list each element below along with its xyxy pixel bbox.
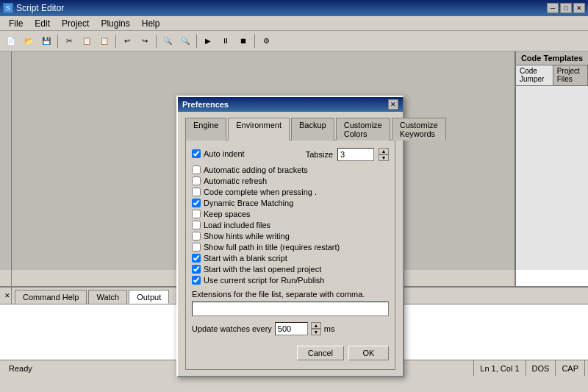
tabsize-input[interactable]: [337, 148, 374, 161]
menu-file[interactable]: File: [3, 17, 29, 30]
update-watches-up[interactable]: ▲: [311, 322, 321, 329]
tab-close-btn[interactable]: ✕: [3, 288, 12, 304]
checkbox-load-included-label: Load included files: [204, 221, 270, 229]
checkbox-auto-brackets-input[interactable]: [192, 165, 201, 174]
tab-command-help[interactable]: Command Help: [15, 290, 87, 304]
menu-bar: File Edit Project Plugins Help: [0, 16, 588, 31]
checkbox-blank-script-label: Start with a blank script: [204, 254, 287, 263]
minimize-button[interactable]: ─: [547, 3, 559, 13]
dialog-title: Preferences: [182, 100, 229, 109]
tabsize-up[interactable]: ▲: [379, 148, 389, 154]
checkbox-show-hints-label: Show hints while writing: [204, 232, 290, 240]
menu-project[interactable]: Project: [56, 17, 95, 30]
extensions-label: Extensions for the file list, separate w…: [192, 290, 365, 299]
menu-help[interactable]: Help: [136, 17, 166, 30]
checkbox-current-script-label: Use current script for Run/Publish: [204, 276, 324, 285]
checkbox-full-path: Show full path in title (requires restar…: [192, 243, 389, 252]
app-title: Script Editor: [16, 3, 64, 13]
checkbox-keep-spaces: Keep spaces: [192, 210, 389, 218]
update-watches-input[interactable]: [275, 322, 308, 335]
checkbox-blank-script-input[interactable]: [192, 254, 201, 263]
toolbar-save[interactable]: 💾: [38, 33, 54, 49]
checkbox-full-path-input[interactable]: [192, 243, 201, 252]
checkbox-last-project: Start with the last opened project: [192, 265, 389, 274]
update-watches-unit: ms: [324, 324, 335, 333]
tabsize-spinners: ▲ ▼: [379, 148, 389, 161]
toolbar-open[interactable]: 📂: [21, 33, 37, 49]
toolbar-copy[interactable]: 📋: [79, 33, 95, 49]
preferences-dialog: Preferences ✕ Engine Environment Backup …: [176, 96, 404, 377]
dialog-tab-customize-colors[interactable]: Customize Colors: [336, 118, 390, 140]
checkbox-show-hints: Show hints while writing: [192, 232, 389, 240]
dialog-close-button[interactable]: ✕: [388, 99, 398, 110]
dialog-buttons: Cancel OK: [192, 343, 389, 362]
toolbar-stop[interactable]: ⏹: [235, 33, 251, 49]
toolbar-redo[interactable]: ↪: [137, 33, 153, 49]
toolbar-undo[interactable]: ↩: [119, 33, 135, 49]
toolbar-sep-2: [115, 35, 116, 48]
menu-edit[interactable]: Edit: [29, 17, 56, 30]
dialog-tab-engine[interactable]: Engine: [185, 118, 226, 140]
checkbox-code-complete-input[interactable]: [192, 188, 201, 196]
checkbox-last-project-label: Start with the last opened project: [204, 265, 321, 274]
tabsize-down[interactable]: ▼: [379, 154, 389, 161]
menu-plugins[interactable]: Plugins: [95, 17, 135, 30]
toolbar-sep-4: [196, 35, 197, 48]
toolbar-paste[interactable]: 📋: [96, 33, 112, 49]
update-watches-down[interactable]: ▼: [311, 329, 321, 335]
status-line-endings: DOS: [526, 360, 556, 376]
checkbox-auto-refresh-input[interactable]: [192, 177, 201, 185]
tab-output[interactable]: Output: [129, 290, 169, 304]
update-watches-label: Update watches every: [192, 324, 272, 333]
checkbox-current-script: Use current script for Run/Publish: [192, 276, 389, 285]
checkbox-last-project-input[interactable]: [192, 265, 201, 274]
checkbox-current-script-input[interactable]: [192, 276, 201, 285]
extensions-input[interactable]: [192, 302, 389, 316]
tabsize-row: Auto indent Tabsize ▲ ▼: [192, 148, 389, 161]
close-button[interactable]: ✕: [573, 3, 585, 13]
update-watches-spinners: ▲ ▼: [311, 322, 321, 335]
title-bar: S Script Editor ─ □ ✕: [0, 0, 588, 16]
toolbar-sep-3: [156, 35, 157, 48]
checkbox-auto-indent: Auto indent: [192, 149, 301, 158]
checkbox-keep-spaces-label: Keep spaces: [204, 210, 251, 218]
tab-watch[interactable]: Watch: [88, 290, 127, 304]
checkbox-load-included-input[interactable]: [192, 221, 201, 229]
dialog-tab-customize-keywords[interactable]: Customize Keywords: [392, 118, 446, 140]
dialog-tab-environment[interactable]: Environment: [228, 118, 290, 140]
toolbar-new[interactable]: 📄: [3, 33, 19, 49]
ok-button[interactable]: OK: [348, 346, 389, 360]
toolbar-cut[interactable]: ✂: [61, 33, 77, 49]
maximize-button[interactable]: □: [560, 3, 572, 13]
toolbar-settings[interactable]: ⚙: [258, 33, 274, 49]
status-caps: CAP: [556, 360, 585, 376]
app-icon: S: [3, 3, 13, 13]
toolbar-find[interactable]: 🔍: [159, 33, 176, 49]
checkbox-load-included: Load included files: [192, 221, 389, 229]
cancel-button[interactable]: Cancel: [297, 346, 344, 360]
tabsize-label: Tabsize: [306, 150, 333, 159]
dialog-tab-backup[interactable]: Backup: [291, 118, 334, 140]
toolbar-sep-1: [57, 35, 58, 48]
checkbox-full-path-label: Show full path in title (requires restar…: [204, 243, 340, 252]
checkbox-show-hints-input[interactable]: [192, 232, 201, 240]
checkbox-dynamic-brace-input[interactable]: [192, 199, 201, 207]
checkbox-auto-refresh-label: Automatic refresh: [204, 177, 267, 185]
update-watches-row: Update watches every ▲ ▼ ms: [192, 322, 389, 335]
toolbar-pause[interactable]: ⏸: [218, 33, 234, 49]
toolbar: 📄 📂 💾 ✂ 📋 📋 ↩ ↪ 🔍 🔍 ▶ ⏸ ⏹ ⚙: [0, 31, 588, 51]
checkbox-code-complete-label: Code complete when pressing .: [204, 188, 317, 196]
toolbar-sep-5: [254, 35, 255, 48]
checkbox-blank-script: Start with a blank script: [192, 254, 389, 263]
checkbox-keep-spaces-input[interactable]: [192, 210, 201, 218]
dialog-content: Engine Environment Backup Customize Colo…: [178, 112, 403, 376]
dialog-tabs: Engine Environment Backup Customize Colo…: [185, 118, 395, 140]
dialog-overlay: Preferences ✕ Engine Environment Backup …: [0, 51, 588, 270]
toolbar-run[interactable]: ▶: [200, 33, 216, 49]
checkbox-code-complete: Code complete when pressing .: [192, 188, 389, 196]
checkbox-dynamic-brace: Dynamic Brace Matching: [192, 199, 389, 207]
checkbox-dynamic-brace-label: Dynamic Brace Matching: [204, 199, 293, 207]
checkbox-auto-brackets: Automatic adding of brackets: [192, 165, 389, 174]
checkbox-auto-indent-input[interactable]: [192, 149, 201, 158]
toolbar-replace[interactable]: 🔍: [177, 33, 193, 49]
